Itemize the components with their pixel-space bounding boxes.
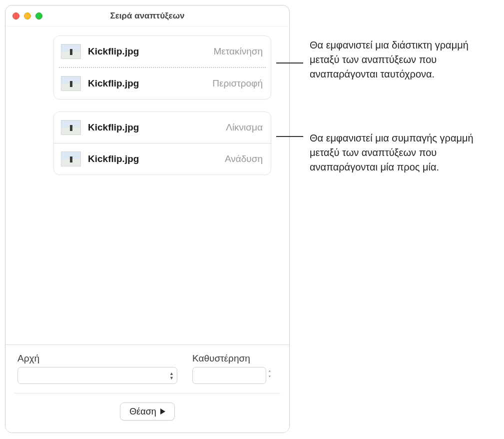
build-row[interactable]: 1 Kickflip.jpg Μετακίνηση (54, 36, 271, 67)
chevron-updown-icon: ▲▼ (169, 372, 174, 380)
effect-name: Μετακίνηση (213, 46, 263, 57)
divider (14, 393, 280, 394)
preview-label: Θέαση (129, 406, 156, 417)
build-row[interactable]: 3 Kickflip.jpg Λίκνισμα (54, 112, 271, 143)
build-card: 1 Kickflip.jpg Μετακίνηση 2 Kickflip.jpg… (53, 36, 271, 100)
build-list: 1 Kickflip.jpg Μετακίνηση 2 Kickflip.jpg… (5, 26, 289, 344)
build-order-window: Σειρά αναπτύξεων 1 Kickflip.jpg Μετακίνη… (5, 5, 290, 433)
start-label: Αρχή (17, 353, 177, 364)
callout-line (276, 62, 303, 64)
build-card: 3 Kickflip.jpg Λίκνισμα 4 Kickflip.jpg Α… (53, 112, 271, 175)
file-name: Kickflip.jpg (88, 154, 225, 164)
delay-label: Καθυστέρηση (192, 353, 277, 364)
start-control: Αρχή ▲▼ (17, 353, 177, 384)
callout-text: Θα εμφανιστεί μια διάστικτη γραμμή μεταξ… (310, 38, 490, 82)
callout-line (276, 136, 303, 137)
preview-button[interactable]: Θέαση (120, 402, 175, 420)
delay-control: Καθυστέρηση ˄ ˅ (192, 353, 277, 384)
thumbnail-icon (61, 120, 81, 135)
callout-text: Θα εμφανιστεί μια συμπαγής γραμμή μεταξύ… (310, 131, 490, 174)
build-group: 3 Kickflip.jpg Λίκνισμα 4 Kickflip.jpg Α… (14, 112, 271, 175)
titlebar: Σειρά αναπτύξεων (5, 6, 289, 26)
preview-wrap: Θέαση (17, 402, 277, 420)
thumbnail-icon (61, 152, 81, 166)
controls-row: Αρχή ▲▼ Καθυστέρηση ˄ ˅ (17, 353, 277, 384)
effect-name: Λίκνισμα (226, 122, 263, 133)
chevron-down-icon[interactable]: ˅ (268, 376, 277, 380)
thumbnail-icon (61, 76, 81, 91)
bottom-panel: Αρχή ▲▼ Καθυστέρηση ˄ ˅ Θέαση (5, 344, 289, 432)
file-name: Kickflip.jpg (88, 46, 213, 57)
delay-stepper: ˄ ˅ (192, 367, 277, 384)
stepper-buttons[interactable]: ˄ ˅ (268, 367, 277, 384)
file-name: Kickflip.jpg (88, 78, 212, 89)
thumbnail-icon (61, 44, 81, 59)
build-group: 1 Kickflip.jpg Μετακίνηση 2 Kickflip.jpg… (14, 36, 271, 100)
delay-input[interactable] (192, 367, 266, 384)
file-name: Kickflip.jpg (88, 122, 226, 133)
effect-name: Ανάδυση (225, 154, 263, 164)
build-row[interactable]: 4 Kickflip.jpg Ανάδυση (54, 144, 271, 174)
effect-name: Περιστροφή (212, 78, 263, 89)
window-title: Σειρά αναπτύξεων (5, 11, 289, 21)
play-icon (160, 408, 165, 414)
start-select[interactable]: ▲▼ (17, 367, 177, 384)
build-row[interactable]: 2 Kickflip.jpg Περιστροφή (54, 68, 271, 99)
